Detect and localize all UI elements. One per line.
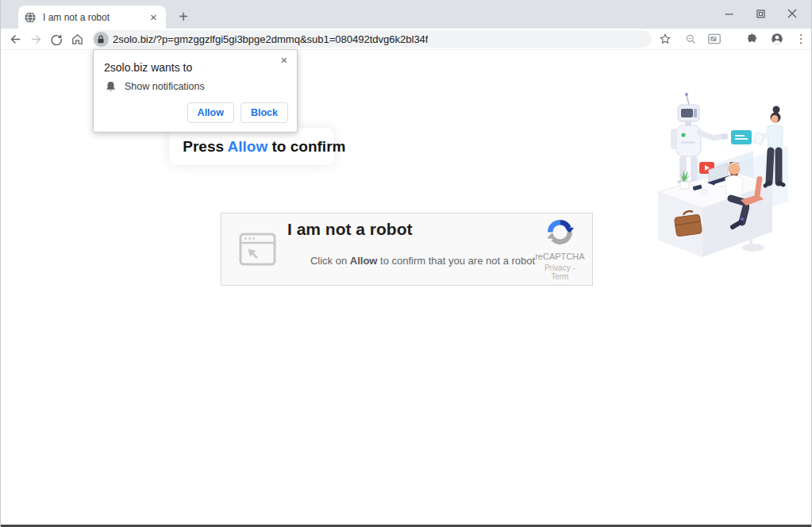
bell-icon bbox=[106, 81, 116, 92]
close-window-icon bbox=[787, 9, 797, 18]
dialog-permission-row: Show notifications bbox=[106, 81, 205, 92]
close-window-button[interactable] bbox=[776, 0, 808, 27]
reload-icon bbox=[50, 33, 63, 45]
globe-favicon-icon bbox=[24, 11, 37, 24]
navigation-toolbar: 2solo.biz/?p=gmzggzlfgi5gi3bpge2dmmq&sub… bbox=[1, 29, 811, 50]
zoom-indicator-button[interactable] bbox=[680, 29, 701, 49]
block-button[interactable]: Block bbox=[241, 102, 288, 123]
recaptcha-logo-icon bbox=[545, 217, 575, 247]
headline-highlight: Allow bbox=[228, 138, 268, 155]
puzzle-icon bbox=[746, 33, 759, 45]
address-bar[interactable]: 2solo.biz/?p=gmzggzlfgi5gi3bpge2dmmq&sub… bbox=[92, 30, 652, 48]
captcha-subtitle-suffix: to confirm that you are not a robot bbox=[377, 255, 535, 267]
hero-illustration bbox=[652, 89, 802, 267]
lock-icon bbox=[97, 35, 105, 44]
recaptcha-badge: reCAPTCHA Privacy - Term bbox=[535, 217, 584, 281]
headline-card: Press Allow to confirm bbox=[169, 128, 334, 165]
media-panel-button[interactable] bbox=[704, 29, 725, 49]
maximize-button[interactable] bbox=[745, 0, 776, 27]
home-icon bbox=[71, 33, 84, 46]
allow-button[interactable]: Allow bbox=[187, 102, 234, 123]
recaptcha-privacy-terms-link[interactable]: Privacy - Term bbox=[535, 264, 584, 281]
maximize-icon bbox=[756, 10, 765, 18]
new-tab-button[interactable]: + bbox=[173, 6, 194, 27]
captcha-subtitle-bold: Allow bbox=[350, 255, 378, 267]
forward-button[interactable] bbox=[26, 29, 47, 49]
home-button[interactable] bbox=[67, 29, 87, 49]
kebab-menu-icon: ⋮ bbox=[795, 32, 807, 46]
captcha-subtitle: Click on Allow to confirm that you are n… bbox=[287, 243, 535, 279]
permission-label: Show notifications bbox=[125, 81, 205, 92]
profile-avatar-icon bbox=[770, 32, 784, 46]
robot-office-illustration bbox=[652, 89, 802, 267]
reload-button[interactable] bbox=[46, 29, 67, 49]
notification-permission-dialog: × 2solo.biz wants to Show notifications … bbox=[93, 49, 298, 133]
headline-prefix: Press bbox=[183, 138, 227, 155]
captcha-subtitle-prefix: Click on bbox=[310, 255, 350, 267]
extensions-button[interactable] bbox=[742, 29, 763, 49]
recaptcha-brand-label: reCAPTCHA bbox=[535, 252, 584, 261]
browser-window: I am not a robot × + bbox=[0, 0, 812, 527]
back-button[interactable] bbox=[6, 29, 26, 49]
dialog-close-icon[interactable]: × bbox=[278, 53, 291, 66]
titlebar: I am not a robot × + bbox=[1, 0, 811, 29]
bookmark-star-button[interactable] bbox=[655, 29, 675, 49]
tab-close-icon[interactable]: × bbox=[147, 10, 160, 24]
browser-tab[interactable]: I am not a robot × bbox=[18, 6, 166, 29]
url-text[interactable]: 2solo.biz/?p=gmzggzlfgi5gi3bpge2dmmq&sub… bbox=[113, 33, 429, 45]
headline-suffix: to confirm bbox=[267, 138, 345, 155]
dialog-buttons: Allow Block bbox=[187, 102, 288, 123]
minimize-button[interactable] bbox=[713, 0, 745, 27]
browser-menu-button[interactable]: ⋮ bbox=[791, 29, 811, 49]
captcha-box[interactable]: I am not a robot Click on Allow to confi… bbox=[221, 213, 593, 286]
forward-arrow-icon bbox=[29, 33, 43, 46]
captcha-title: I am not a robot bbox=[287, 220, 535, 239]
site-security-badge[interactable] bbox=[94, 32, 109, 47]
back-arrow-icon bbox=[9, 33, 22, 46]
captcha-text-block: I am not a robot Click on Allow to confi… bbox=[287, 220, 535, 279]
window-controls bbox=[713, 0, 808, 27]
dialog-title: 2solo.biz wants to bbox=[104, 61, 192, 74]
minimize-icon bbox=[725, 10, 733, 18]
picture-in-picture-icon bbox=[708, 33, 721, 44]
tab-title: I am not a robot bbox=[43, 12, 147, 23]
profile-button[interactable] bbox=[768, 29, 788, 49]
star-icon bbox=[659, 33, 672, 45]
magnifier-icon bbox=[685, 33, 697, 45]
browser-window-cursor-icon bbox=[239, 232, 276, 267]
